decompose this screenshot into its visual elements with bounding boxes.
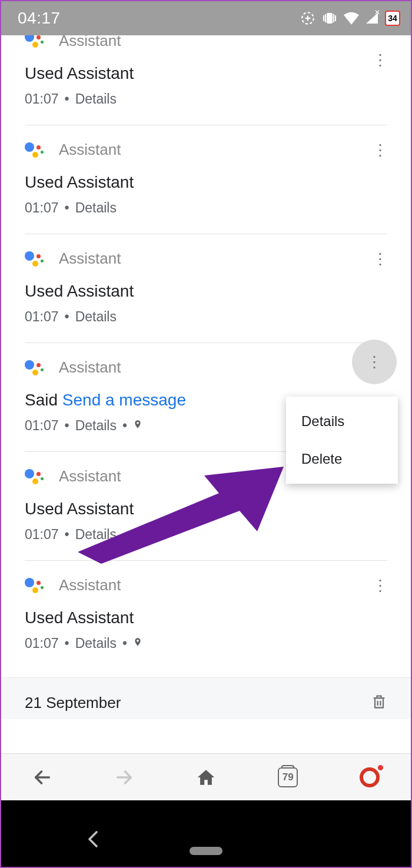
- entry-details-link[interactable]: Details: [75, 418, 117, 434]
- meta-separator: •: [65, 527, 69, 543]
- entry-meta: 01:07 • Details: [25, 527, 387, 543]
- entry-title: Used Assistant: [25, 282, 387, 301]
- assistant-logo-icon: [25, 250, 42, 268]
- entry-time: 01:07: [25, 527, 59, 543]
- data-saver-icon: [300, 11, 315, 26]
- entry-more-button[interactable]: ⋮: [367, 246, 393, 272]
- meta-separator: •: [65, 91, 69, 107]
- assistant-logo-icon: [25, 577, 42, 594]
- assistant-logo-icon: [25, 468, 42, 485]
- context-menu: Details Delete: [286, 397, 398, 484]
- meta-separator: •: [65, 309, 69, 325]
- opera-icon: [360, 767, 380, 787]
- meta-separator: •: [122, 636, 127, 651]
- entry-meta: 01:07 • Details: [25, 309, 387, 325]
- entry-more-button[interactable]: ⋮: [352, 340, 397, 384]
- entry-details-link[interactable]: Details: [75, 309, 117, 325]
- meta-separator: •: [65, 636, 69, 651]
- menu-item-details[interactable]: Details: [286, 403, 398, 440]
- signal-icon: ✕: [365, 12, 379, 25]
- entry-more-button[interactable]: ⋮: [367, 137, 393, 163]
- nav-back-button[interactable]: [25, 760, 60, 795]
- entry-time: 01:07: [25, 91, 59, 107]
- entry-meta: 01:07 • Details: [25, 200, 387, 216]
- entry-title: Used Assistant: [25, 64, 387, 83]
- nav-tabs-button[interactable]: 79: [270, 760, 305, 795]
- entry-time: 01:07: [25, 636, 59, 651]
- status-time: 04:17: [18, 9, 61, 28]
- wifi-icon: [344, 12, 359, 25]
- svg-rect-7: [335, 15, 336, 21]
- meta-separator: •: [122, 418, 127, 434]
- entry-said-prefix: Said: [25, 391, 58, 409]
- system-back-button[interactable]: [87, 830, 99, 850]
- entry-time: 01:07: [25, 309, 59, 325]
- entry-details-link[interactable]: Details: [75, 527, 117, 543]
- entry-meta: 01:07 • Details: [25, 91, 387, 107]
- system-nav-bar: [1, 800, 411, 868]
- entry-meta: 01:07 • Details •: [25, 636, 387, 651]
- meta-separator: •: [65, 200, 69, 216]
- activity-entry[interactable]: Assistant ⋮ Used Assistant 01:07 • Detai…: [1, 125, 411, 234]
- entry-time: 01:07: [25, 200, 59, 216]
- entry-details-link[interactable]: Details: [75, 200, 117, 216]
- delete-day-button[interactable]: [371, 692, 387, 713]
- entry-command-link[interactable]: Send a message: [62, 391, 186, 409]
- nav-home-button[interactable]: [188, 760, 224, 795]
- entry-source-label: Assistant: [59, 141, 121, 159]
- entry-title: Used Assistant: [25, 608, 387, 627]
- nav-forward-button[interactable]: [107, 760, 142, 795]
- svg-rect-6: [333, 14, 334, 22]
- menu-item-delete[interactable]: Delete: [286, 440, 398, 478]
- system-home-pill[interactable]: [190, 847, 222, 855]
- entry-title: Used Assistant: [25, 173, 387, 192]
- entry-title: Used Assistant: [25, 500, 387, 518]
- entry-source-label: Assistant: [59, 358, 121, 377]
- vibrate-icon: [321, 11, 338, 26]
- browser-bottom-nav: 79: [1, 753, 411, 800]
- entry-more-button[interactable]: ⋮: [367, 47, 393, 73]
- date-section-header: 21 September: [1, 677, 411, 719]
- nav-opera-button[interactable]: [352, 760, 387, 795]
- location-pin-icon: [133, 636, 142, 651]
- entry-details-link[interactable]: Details: [75, 636, 117, 651]
- entry-time: 01:07: [25, 418, 59, 434]
- activity-entry[interactable]: Assistant ⋮ Used Assistant 01:07 • Detai…: [1, 234, 411, 343]
- date-label: 21 September: [25, 694, 121, 712]
- entry-source-label: Assistant: [59, 250, 121, 268]
- entry-source-label: Assistant: [59, 35, 121, 50]
- svg-rect-5: [325, 14, 326, 22]
- calendar-badge: 34: [385, 11, 400, 26]
- entry-more-button[interactable]: ⋮: [367, 573, 393, 598]
- status-bar: 04:17 ✕ 34: [1, 1, 411, 35]
- entry-source-label: Assistant: [59, 576, 121, 594]
- tab-count-badge: 79: [278, 767, 298, 787]
- status-icons: ✕ 34: [300, 11, 400, 26]
- entry-source-label: Assistant: [59, 467, 121, 485]
- assistant-logo-icon: [25, 141, 42, 159]
- assistant-logo-icon: [25, 359, 42, 377]
- svg-rect-3: [327, 13, 333, 24]
- activity-entry[interactable]: Assistant ⋮ Used Assistant 01:07 • Detai…: [1, 561, 411, 677]
- svg-rect-4: [323, 15, 324, 21]
- activity-list: Assistant ⋮ Used Assistant 01:07 • Detai…: [1, 35, 411, 719]
- activity-entry[interactable]: Assistant ⋮ Used Assistant 01:07 • Detai…: [1, 35, 411, 125]
- entry-details-link[interactable]: Details: [75, 91, 117, 107]
- location-pin-icon: [133, 418, 142, 434]
- meta-separator: •: [65, 418, 69, 434]
- assistant-logo-icon: [25, 35, 42, 49]
